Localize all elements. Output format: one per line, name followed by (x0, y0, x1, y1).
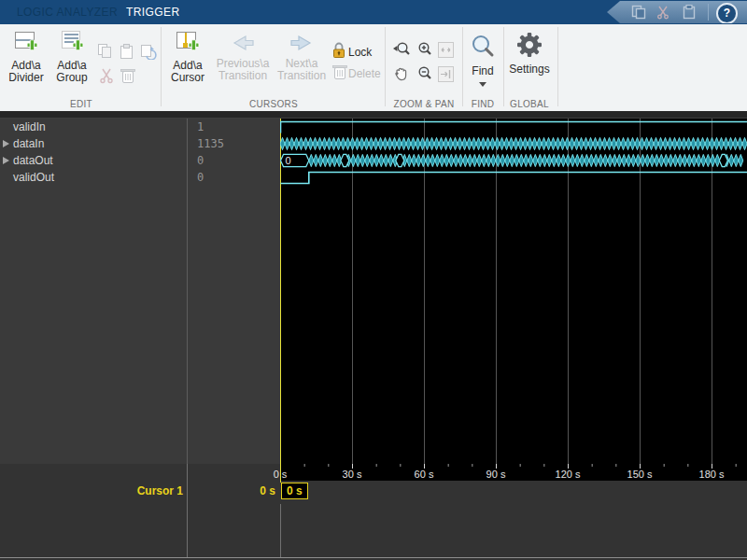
next-transition-label-2: Transition (277, 69, 326, 82)
settings-button[interactable]: Settings (505, 32, 554, 76)
panel-bottom-edge (0, 557, 747, 558)
waveform-traces: 0 (280, 119, 747, 464)
signal-value: 1135 (197, 135, 224, 152)
add-group-label-2: Group (56, 71, 87, 84)
cursor-time-value: 0 s (187, 484, 275, 497)
column-divider (280, 504, 281, 557)
previous-transition-label-2: Transition (218, 69, 267, 82)
signal-name: validOut (13, 169, 54, 186)
time-axis: 0 s 30 s 60 s 90 s 120 s 150 s 180 s (0, 464, 747, 481)
divider (503, 27, 504, 106)
next-transition-label-1: Next\a (286, 57, 318, 70)
tab-trigger[interactable]: TRIGGER (126, 6, 179, 19)
copy-icon[interactable] (631, 5, 646, 23)
add-divider-label-1: Add\a (11, 59, 40, 72)
pan-icon[interactable] (392, 65, 411, 86)
add-group-icon (49, 30, 94, 57)
add-group-label-1: Add\a (57, 59, 86, 72)
divider (462, 27, 463, 106)
paste-small-icon[interactable] (119, 43, 135, 63)
find-icon (464, 34, 501, 63)
signal-name: validIn (13, 119, 46, 135)
next-transition-button[interactable]: Next\a Transition (274, 34, 330, 82)
toolstrip-tab-bar: LOGIC ANALYZER TRIGGER ? (0, 0, 747, 24)
tab-logic-analyzer[interactable]: LOGIC ANALYZER (17, 6, 118, 19)
expand-icon[interactable] (3, 140, 9, 147)
zoom-out-icon[interactable] (416, 65, 434, 86)
add-cursor-button[interactable]: Add\a Cursor (164, 30, 211, 84)
signal-name: dataOut (13, 152, 53, 169)
divider (557, 27, 558, 106)
cut-icon[interactable] (655, 5, 670, 23)
delete-cursor-button[interactable]: Delete (348, 67, 381, 80)
expand-icon[interactable] (3, 157, 9, 164)
axis-tick-label: 90 s (475, 469, 516, 480)
divider (708, 4, 709, 21)
add-divider-label-2: Divider (8, 71, 43, 84)
delete-small-icon[interactable] (120, 67, 136, 88)
find-section-label: FIND (464, 99, 501, 109)
cursor-name-label[interactable]: Cursor 1 (56, 484, 183, 497)
column-divider (187, 504, 188, 557)
add-group-button[interactable]: Add\a Group (49, 30, 94, 84)
axis-tick-label: 150 s (619, 469, 660, 480)
toolstrip-ribbon: Add\a Divider Add\a Group EDIT (0, 24, 747, 111)
bottom-panel (0, 504, 747, 560)
waveform-viewer: validIn dataIn dataOut validOut 1 1135 0… (0, 119, 747, 464)
signal-value: 1 (197, 119, 204, 135)
cursors-section-label: CURSORS (164, 99, 383, 109)
signal-name: dataIn (13, 135, 44, 152)
cursor-info-row: Cursor 1 0 s 0 s (0, 481, 747, 504)
add-cursor-icon (164, 30, 211, 57)
lock-icon[interactable] (331, 41, 346, 63)
previous-transition-label-1: Previous\a (217, 57, 270, 70)
copy-small-icon[interactable] (96, 43, 113, 63)
arrow-left-icon (213, 34, 273, 55)
signal-row[interactable]: dataOut (0, 152, 187, 169)
zoom-to-cursor-icon[interactable] (438, 66, 454, 86)
axis-tick-label: 120 s (547, 469, 588, 480)
signal-value: 0 (197, 169, 204, 186)
paste-icon[interactable] (682, 5, 697, 23)
zoompan-section-label: ZOOM & PAN (387, 99, 461, 109)
divider (161, 27, 162, 106)
zoom-in-x-icon[interactable] (392, 41, 411, 62)
add-divider-button[interactable]: Add\a Divider (4, 30, 49, 84)
signal-value-column: 1 1135 0 0 (187, 119, 280, 464)
signal-row[interactable]: validIn (0, 119, 187, 135)
axis-tick-label: 30 s (331, 469, 373, 480)
axis-tick-label: 180 s (691, 469, 732, 480)
quick-access-band: ? (607, 1, 747, 23)
add-cursor-label-2: Cursor (171, 71, 204, 84)
zoom-in-icon[interactable] (416, 41, 434, 62)
signal-row[interactable]: dataIn (0, 135, 187, 152)
column-divider (187, 464, 188, 504)
fit-to-view-icon[interactable] (438, 42, 454, 62)
find-button[interactable]: Find (464, 34, 501, 90)
chevron-down-icon (479, 82, 486, 87)
restore-icon[interactable] (139, 43, 157, 63)
gear-icon (505, 32, 554, 61)
global-section-label: GLOBAL (505, 99, 554, 109)
add-divider-icon (4, 30, 49, 57)
arrow-right-icon (274, 34, 330, 55)
axis-tick-label: 60 s (403, 469, 444, 480)
signal-name-column: validIn dataIn dataOut validOut (0, 119, 187, 464)
bus-value-label: 0 (286, 155, 291, 166)
signal-row[interactable]: validOut (0, 169, 187, 186)
help-icon[interactable]: ? (716, 3, 738, 24)
delete-cursor-icon[interactable] (331, 63, 348, 84)
find-label: Find (472, 64, 493, 77)
settings-label: Settings (509, 63, 549, 76)
previous-transition-button[interactable]: Previous\a Transition (213, 34, 273, 82)
cursor-marker-box[interactable]: 0 s (281, 483, 308, 499)
lock-button[interactable]: Lock (348, 46, 372, 59)
ribbon-waveform-divider (0, 111, 747, 119)
waveform-plot[interactable]: 0 (280, 119, 747, 464)
cut-small-icon[interactable] (99, 67, 114, 88)
add-cursor-label-1: Add\a (173, 59, 202, 72)
logic-analyzer-window: LOGIC ANALYZER TRIGGER ? Add\a Divider (0, 0, 747, 560)
edit-section-label: EDIT (4, 99, 159, 109)
signal-value: 0 (197, 152, 204, 169)
divider (385, 27, 386, 106)
